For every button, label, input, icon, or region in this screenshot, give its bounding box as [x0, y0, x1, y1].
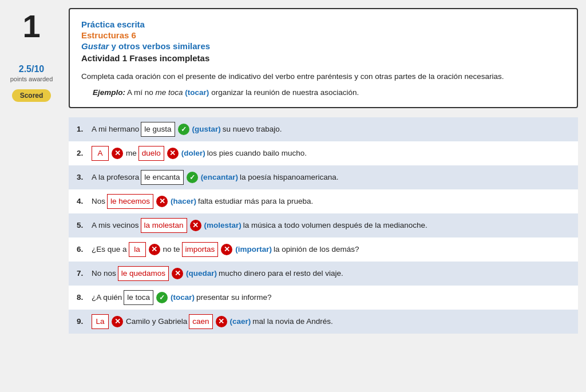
- question-text: A la profesora: [92, 171, 139, 184]
- question-text: mal la novia de Andrés.: [252, 315, 332, 328]
- question-row: 6.¿Es que a la✕ no te importas✕(importar…: [69, 237, 578, 262]
- points-label: points awarded: [10, 76, 53, 82]
- question-text: Camilo y Gabriela: [126, 315, 187, 328]
- question-row: 4.Nos le hecemos✕(hacer) falta estudiar …: [69, 189, 578, 213]
- header-card: Práctica escrita Estructuras 6 Gustar y …: [69, 8, 578, 108]
- header-estructura: Estructuras 6: [81, 30, 565, 40]
- sidebar: 1 2.5/10 points awarded Scored: [0, 0, 63, 392]
- verb-hint: (gustar): [192, 123, 221, 136]
- question-number-label: 2.: [77, 147, 89, 160]
- verb-hint: (doler): [181, 147, 205, 160]
- question-content: A✕ me duelo✕(doler) los pies cuando bail…: [92, 146, 307, 161]
- question-text: la poesía hispanoamericana.: [240, 171, 339, 184]
- incorrect-icon: ✕: [112, 316, 123, 327]
- verb-hint: (quedar): [186, 267, 217, 280]
- answer-input[interactable]: caen: [189, 314, 212, 329]
- question-text: me: [126, 147, 137, 160]
- question-number-label: 8.: [77, 291, 89, 304]
- question-row: 5.A mis vecinos la molestan✕(molestar) l…: [69, 213, 578, 237]
- question-text: no te: [163, 243, 180, 256]
- question-text: la música a todo volumen después de la m…: [243, 219, 427, 232]
- question-number-label: 1.: [77, 123, 89, 136]
- question-text: los pies cuando bailo mucho.: [207, 147, 307, 160]
- question-text: su nuevo trabajo.: [223, 123, 282, 136]
- answer-input[interactable]: le hecemos: [107, 194, 153, 209]
- question-row: 3.A la profesora le encanta✓(encantar) l…: [69, 165, 578, 189]
- header-example: Ejemplo: A mí no me toca (tocar) organiz…: [93, 88, 565, 97]
- correct-icon: ✓: [178, 124, 189, 135]
- question-row: 1.A mi hermano le gusta✓(gustar) su nuev…: [69, 117, 578, 141]
- question-text: A mis vecinos: [92, 219, 139, 232]
- question-number-label: 7.: [77, 267, 89, 280]
- question-number-label: 9.: [77, 315, 89, 328]
- example-verb[interactable]: (tocar): [185, 88, 209, 97]
- question-content: A mi hermano le gusta✓(gustar) su nuevo …: [92, 122, 282, 137]
- verb-hint: (molestar): [204, 219, 241, 232]
- incorrect-icon: ✕: [112, 148, 123, 159]
- incorrect-icon: ✕: [156, 196, 168, 207]
- question-text: Nos: [92, 195, 105, 208]
- question-content: A mis vecinos la molestan✕(molestar) la …: [92, 218, 427, 233]
- question-text: falta estudiar más para la prueba.: [198, 195, 313, 208]
- question-text: ¿Es que a: [92, 243, 127, 256]
- incorrect-icon: ✕: [167, 148, 179, 159]
- incorrect-icon: ✕: [149, 244, 160, 255]
- question-text: No nos: [92, 267, 116, 280]
- question-row: 8.¿A quién le toca✓(tocar) presentar su …: [69, 286, 578, 310]
- question-text: A mi hermano: [92, 123, 139, 136]
- answer-input[interactable]: A: [92, 146, 109, 161]
- verb-hint: (caer): [230, 315, 251, 328]
- question-content: No nos le quedamos✕(quedar) mucho dinero…: [92, 266, 343, 281]
- verb-hint: (hacer): [171, 195, 196, 208]
- question-row: 2.A✕ me duelo✕(doler) los pies cuando ba…: [69, 141, 578, 165]
- header-instruction: Completa cada oración con el presente de…: [81, 71, 565, 82]
- answer-input[interactable]: La: [92, 314, 109, 329]
- verb-hint: (encantar): [201, 171, 238, 184]
- question-text: mucho dinero para el resto del viaje.: [219, 267, 343, 280]
- answer-input[interactable]: la: [129, 242, 146, 257]
- question-content: Nos le hecemos✕(hacer) falta estudiar má…: [92, 194, 313, 209]
- answer-input[interactable]: la molestan: [141, 218, 187, 233]
- verb-hint: (importar): [235, 243, 272, 256]
- verb-hint: (tocar): [171, 291, 195, 304]
- question-content: ¿A quién le toca✓(tocar) presentar su in…: [92, 290, 271, 305]
- incorrect-icon: ✕: [190, 220, 201, 231]
- answer-input[interactable]: le toca: [124, 290, 153, 305]
- answer-input[interactable]: duelo: [138, 146, 164, 161]
- answer-input[interactable]: importas: [182, 242, 219, 257]
- correct-icon: ✓: [187, 172, 198, 183]
- header-actividad: Actividad 1 Frases incompletas: [81, 53, 565, 63]
- question-text: presentar su informe?: [196, 291, 271, 304]
- scored-badge: Scored: [12, 89, 52, 102]
- incorrect-icon: ✕: [221, 244, 232, 255]
- questions-area: 1.A mi hermano le gusta✓(gustar) su nuev…: [69, 117, 578, 334]
- question-number-label: 3.: [77, 171, 89, 184]
- main-content: Práctica escrita Estructuras 6 Gustar y …: [63, 0, 586, 392]
- incorrect-icon: ✕: [172, 268, 183, 279]
- correct-icon: ✓: [156, 292, 168, 303]
- answer-input[interactable]: le gusta: [141, 122, 175, 137]
- question-row: 9.La✕ Camilo y Gabriela caen✕(caer) mal …: [69, 310, 578, 334]
- example-label: Ejemplo:: [93, 88, 125, 97]
- question-number: 1: [22, 10, 40, 42]
- score-display: 2.5/10: [19, 64, 44, 74]
- header-gustar: Gustar y otros verbos similares: [81, 41, 565, 51]
- question-number-label: 4.: [77, 195, 89, 208]
- question-content: La✕ Camilo y Gabriela caen✕(caer) mal la…: [92, 314, 333, 329]
- question-row: 7.No nos le quedamos✕(quedar) mucho dine…: [69, 262, 578, 286]
- header-practica: Práctica escrita: [81, 19, 565, 29]
- question-text: la opinión de los demás?: [274, 243, 359, 256]
- incorrect-icon: ✕: [216, 316, 227, 327]
- question-content: ¿Es que a la✕ no te importas✕(importar) …: [92, 242, 359, 257]
- answer-input[interactable]: le encanta: [141, 170, 183, 185]
- question-number-label: 5.: [77, 219, 89, 232]
- question-content: A la profesora le encanta✓(encantar) la …: [92, 170, 339, 185]
- answer-input[interactable]: le quedamos: [118, 266, 169, 281]
- question-text: ¿A quién: [92, 291, 122, 304]
- question-number-label: 6.: [77, 243, 89, 256]
